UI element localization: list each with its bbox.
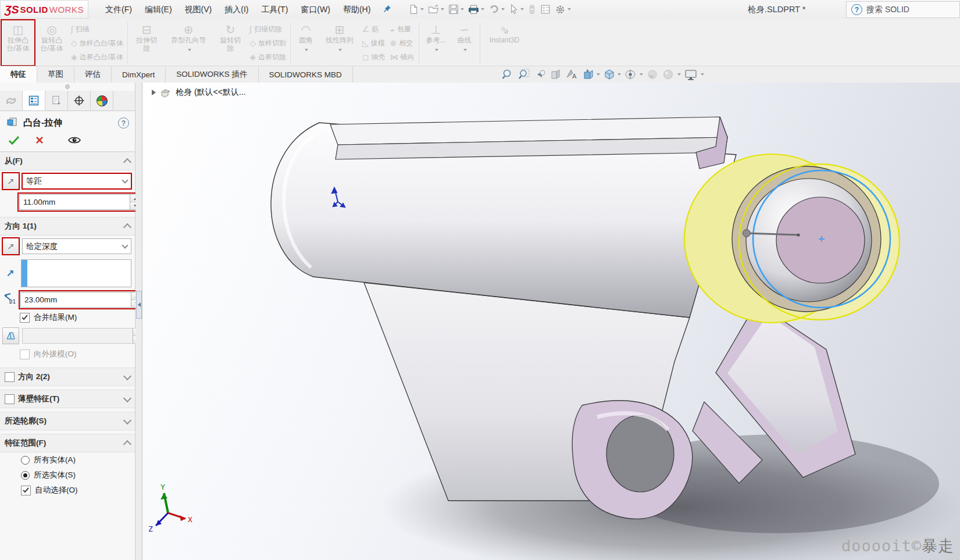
loft-button[interactable]: ◇放样凸台/基体 xyxy=(69,36,126,49)
open-file-button[interactable] xyxy=(427,2,445,17)
pin-menu-icon[interactable] xyxy=(383,4,392,15)
from-section-header[interactable]: 从(F) xyxy=(0,152,135,170)
pm-help-icon[interactable]: ? xyxy=(118,117,129,129)
fillet-icon: ◠ xyxy=(301,23,311,36)
select-cursor-button[interactable] xyxy=(508,2,525,17)
direction2-section-header[interactable]: 方向 2(2) xyxy=(0,368,135,386)
wrap-button[interactable]: ◒包覆 xyxy=(388,22,417,35)
extrude-cut-button[interactable]: ⊟ 拉伸切 除 xyxy=(130,20,163,66)
boundary-button[interactable]: ◈边界凸台/基体 xyxy=(69,50,126,63)
magnified-selection-button[interactable] xyxy=(527,2,537,17)
menu-file[interactable]: 文件(F) xyxy=(99,0,138,19)
hole-wizard-button[interactable]: ⊕ 异型孔向导 xyxy=(163,20,213,66)
part-icon xyxy=(160,87,172,98)
draft-outward-checkbox[interactable] xyxy=(20,349,30,359)
tab-evaluate[interactable]: 评估 xyxy=(74,66,112,83)
menu-insert[interactable]: 插入(I) xyxy=(218,0,255,19)
model-trigger-guard[interactable] xyxy=(572,401,693,519)
mirror-button[interactable]: ⋈镜向 xyxy=(388,50,417,63)
loft-label: 放样凸台/基体 xyxy=(80,39,123,47)
panel-splitter[interactable] xyxy=(135,83,142,560)
from-reverse-direction-button[interactable]: ↗ xyxy=(2,173,19,190)
instant3d-button[interactable]: ⇘ Instant3D xyxy=(482,20,527,66)
ok-button[interactable] xyxy=(8,135,20,147)
sweep-cut-button[interactable]: ∫扫描切除 xyxy=(247,22,288,35)
extrude-preview[interactable] xyxy=(684,154,900,323)
section-view-icon[interactable] xyxy=(549,68,562,81)
panel-collapse-handle[interactable] xyxy=(136,291,142,319)
menu-tools[interactable]: 工具(T) xyxy=(255,0,294,19)
sweep-button[interactable]: ∫扫描 xyxy=(69,22,126,35)
curves-button[interactable]: ∽ 曲线 xyxy=(451,20,478,66)
zoom-area-icon[interactable] xyxy=(517,68,531,81)
selected-contours-section-header[interactable]: 所选轮廓(S) xyxy=(0,412,135,430)
feature-tree-tab[interactable] xyxy=(0,91,23,110)
tab-sketch[interactable]: 草图 xyxy=(37,66,74,83)
new-file-button[interactable] xyxy=(407,2,425,17)
menu-edit[interactable]: 编辑(E) xyxy=(138,0,179,19)
all-bodies-radio[interactable] xyxy=(21,456,30,465)
revolve-cut-button[interactable]: ↻ 旋转切 除 xyxy=(213,20,247,66)
reference-geometry-icon: ⊥ xyxy=(431,23,441,36)
save-button[interactable] xyxy=(447,2,465,17)
direction2-checkbox[interactable] xyxy=(5,372,15,382)
dimxpert-manager-tab[interactable] xyxy=(68,91,91,110)
selected-bodies-radio[interactable] xyxy=(21,471,30,480)
tab-dimxpert[interactable]: DimXpert xyxy=(112,66,166,83)
annotation-view-icon[interactable]: A xyxy=(565,68,579,81)
depth-input[interactable] xyxy=(21,295,131,304)
tab-mbd[interactable]: SOLIDWORKS MBD xyxy=(259,66,353,83)
previous-view-icon[interactable] xyxy=(534,68,547,81)
offset-distance-input[interactable] xyxy=(20,198,130,206)
graphics-viewport[interactable]: Y X Z 枪身 (默认<<默认... dooooit©暴走 xyxy=(142,83,960,560)
thin-feature-checkbox[interactable] xyxy=(5,394,15,404)
thin-feature-section-header[interactable]: 薄壁特征(T) xyxy=(0,390,135,408)
panel-grip[interactable] xyxy=(0,83,135,91)
direction1-section-header[interactable]: 方向 1(1) xyxy=(0,217,135,236)
boundary-cut-button[interactable]: ◈边界切除 xyxy=(247,50,288,63)
reference-geometry-button[interactable]: ⊥ 参考... xyxy=(421,20,451,66)
preview-eye-button[interactable] xyxy=(67,135,81,147)
draft-button[interactable]: ◺拔模 xyxy=(360,36,388,49)
menu-window[interactable]: 窗口(W) xyxy=(294,0,337,19)
tab-features[interactable]: 特征 xyxy=(0,66,37,83)
extrude-boss-button[interactable]: ◫ 拉伸凸 台/基体 xyxy=(1,20,35,66)
direction1-reverse-button[interactable]: ↗ xyxy=(2,238,19,255)
revolve-boss-button[interactable]: ◎ 旋转凸 台/基体 xyxy=(35,20,69,66)
from-start-condition-dropdown[interactable]: 等距 xyxy=(22,173,131,189)
linear-pattern-button[interactable]: ⊞ 线性阵列 xyxy=(319,20,360,66)
options-list-button[interactable] xyxy=(539,2,552,17)
direction-reference-selection-box[interactable] xyxy=(21,259,131,287)
view-settings-icon[interactable] xyxy=(684,68,704,81)
menu-help[interactable]: 帮助(H) xyxy=(337,0,377,19)
view-orientation-icon[interactable] xyxy=(603,68,621,81)
display-style-icon[interactable] xyxy=(624,68,643,81)
search-box[interactable]: ? 搜索 SOLID xyxy=(846,1,960,18)
print-button[interactable] xyxy=(467,2,486,17)
fillet-button[interactable]: ◠ 圆角 xyxy=(292,20,319,66)
feature-tree-flyout[interactable]: 枪身 (默认<<默认... xyxy=(152,87,246,98)
edit-appearance-icon[interactable] xyxy=(662,68,681,81)
undo-button[interactable] xyxy=(487,2,506,17)
auto-select-checkbox[interactable] xyxy=(21,486,31,495)
cancel-button[interactable] xyxy=(35,135,44,147)
help-icon[interactable]: ? xyxy=(851,4,862,15)
loft-cut-button[interactable]: ◇放样切割 xyxy=(247,36,288,49)
configuration-manager-tab[interactable] xyxy=(45,91,68,110)
display-manager-tab[interactable] xyxy=(91,91,113,110)
merge-result-checkbox[interactable] xyxy=(20,313,30,323)
rib-button[interactable]: ∠筋 xyxy=(360,22,388,35)
zoom-fit-icon[interactable] xyxy=(501,68,514,81)
property-manager-tab[interactable] xyxy=(23,91,45,110)
end-condition-dropdown[interactable]: 给定深度 xyxy=(22,238,131,254)
hide-show-items-icon[interactable] xyxy=(646,68,659,81)
tab-addins[interactable]: SOLIDWORKS 插件 xyxy=(166,66,258,83)
shell-button[interactable]: ◻抽壳 xyxy=(360,50,388,63)
draft-on-off-button[interactable] xyxy=(2,327,19,344)
feature-scope-section-header[interactable]: 特征范围(F) xyxy=(0,434,135,452)
expand-arrow-icon[interactable] xyxy=(152,90,156,95)
apply-scene-icon[interactable] xyxy=(582,68,600,81)
menu-view[interactable]: 视图(V) xyxy=(179,0,219,19)
intersect-button[interactable]: ⊗相交 xyxy=(388,36,417,49)
settings-gear-button[interactable] xyxy=(554,2,572,17)
